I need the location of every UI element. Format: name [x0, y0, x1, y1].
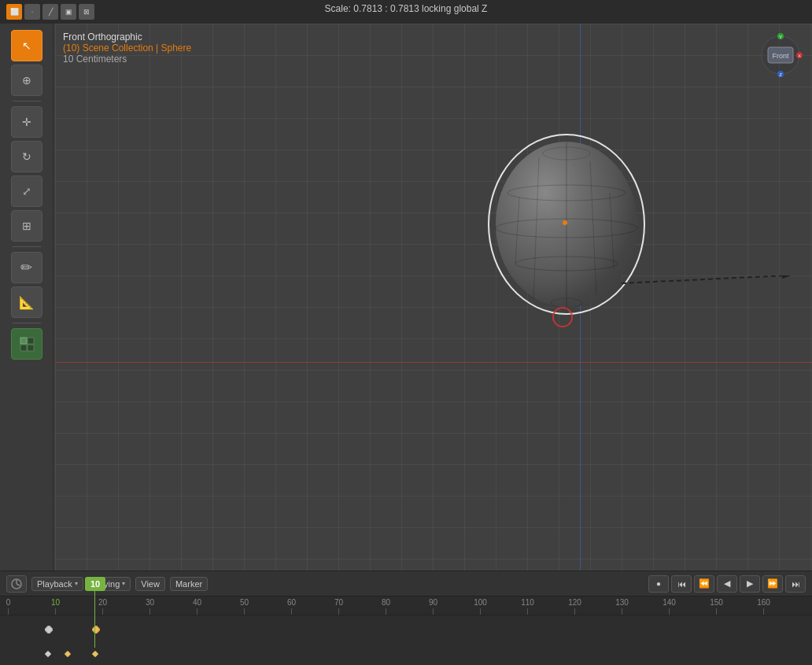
toolbar-divider-2: [13, 246, 41, 247]
svg-text:X: X: [798, 54, 801, 58]
ruler-label-150: 150: [710, 598, 723, 607]
svg-text:Z: Z: [779, 72, 782, 77]
measure-tool-button[interactable]: 📐: [11, 286, 42, 318]
playback-label: Playback: [37, 579, 72, 589]
playback-controls: ● ⏮ ⏪ ◀ ▶ ⏩ ⏭: [648, 575, 806, 593]
ruler-mark-130: 130: [622, 597, 622, 615]
ruler-mark-150: 150: [716, 597, 717, 615]
ruler-mark-100: 100: [480, 597, 481, 615]
play-button[interactable]: ▶: [740, 575, 760, 593]
ruler-mark-40: 40: [197, 597, 197, 615]
svg-rect-2: [28, 338, 34, 344]
annotate-tool-button[interactable]: ✏: [11, 252, 42, 283]
timeline-content[interactable]: [0, 615, 812, 665]
svg-text:Y: Y: [779, 35, 782, 39]
ruler-label-160: 160: [757, 598, 770, 607]
ruler-mark-50: 50: [244, 597, 245, 615]
ruler-label-130: 130: [615, 598, 629, 607]
ruler-mark-70: 70: [338, 597, 339, 615]
svg-rect-3: [28, 345, 34, 351]
ruler-label-50: 50: [240, 598, 249, 607]
svg-line-28: [17, 584, 20, 586]
bottom-keyframe-10: [92, 648, 98, 659]
step-back-button[interactable]: ⏪: [694, 575, 714, 593]
ruler-mark-10: 10: [55, 597, 56, 615]
svg-rect-30: [92, 626, 100, 634]
red-horizontal-line: [55, 362, 812, 363]
ruler-mark-110: 110: [527, 597, 528, 615]
ruler-mark-160: 160: [763, 597, 764, 615]
step-forward-button[interactable]: ⏩: [762, 575, 783, 593]
marker-menu-button[interactable]: Marker: [170, 577, 208, 591]
timeline-ruler[interactable]: 0102030405060708090100110120130140150160: [0, 597, 812, 615]
cursor-tool-button[interactable]: ⊕: [11, 65, 42, 96]
bottom-keyframe-1: [45, 648, 51, 659]
ruler-label-70: 70: [334, 598, 343, 607]
ruler-label-80: 80: [382, 598, 390, 607]
scale-tool-button[interactable]: ⤢: [11, 175, 42, 207]
ruler-mark-20: 20: [102, 597, 103, 615]
keyframe-10[interactable]: [92, 625, 100, 636]
ruler-marks: 0102030405060708090100110120130140150160: [0, 597, 812, 615]
timeline-editor-icon[interactable]: [6, 575, 27, 593]
svg-rect-1: [20, 345, 27, 351]
svg-rect-31: [45, 651, 51, 657]
view-menu-button[interactable]: View: [135, 577, 165, 591]
ruler-mark-0: 0: [8, 597, 9, 615]
ruler-label-40: 40: [193, 598, 201, 607]
marker-label: Marker: [175, 579, 202, 589]
playback-menu-button[interactable]: Playback ▾: [31, 577, 83, 591]
toolbar-divider-3: [13, 323, 41, 323]
move-tool-button[interactable]: ✛: [11, 106, 42, 138]
svg-rect-32: [65, 651, 71, 657]
svg-text:Front: Front: [772, 52, 789, 60]
playback-chevron: ▾: [75, 580, 78, 587]
ruler-label-140: 140: [663, 598, 676, 607]
svg-rect-29: [45, 626, 53, 634]
transform-tool-button[interactable]: ⊞: [11, 210, 42, 242]
ruler-mark-30: 30: [149, 597, 150, 615]
keying-chevron: ▾: [122, 580, 125, 587]
timeline-toolbar: Playback ▾ Keying ▾ View Marker ● ⏮ ⏪ ◀ …: [0, 571, 812, 597]
view-label: View: [141, 579, 160, 589]
view-tool-button[interactable]: [11, 328, 42, 360]
ruler-mark-90: 90: [433, 597, 434, 615]
select-tool-button[interactable]: ↖: [11, 30, 42, 61]
navigation-gizmo[interactable]: Front Y X Z: [757, 31, 804, 79]
ruler-label-30: 30: [146, 598, 154, 607]
jump-end-button[interactable]: ⏭: [785, 575, 806, 593]
ruler-label-110: 110: [521, 598, 534, 607]
3d-sphere: [488, 134, 645, 338]
ruler-label-0: 0: [6, 598, 11, 607]
ruler-mark-140: 140: [669, 597, 670, 615]
ruler-label-10: 10: [51, 598, 60, 607]
ruler-label-100: 100: [474, 598, 487, 607]
ruler-label-120: 120: [568, 598, 581, 607]
timeline-ruler-wrapper: 10 0102030405060708090100110120130140150…: [0, 597, 812, 665]
scale-text: Scale: 0.7813 : 0.7813 locking global Z: [0, 3, 812, 14]
sphere-center-dot: [563, 220, 567, 225]
left-toolbar: ↖ ⊕ ✛ ↻ ⤢ ⊞ ✏ 📐: [0, 24, 54, 571]
sphere-origin-circle: [552, 307, 573, 327]
toolbar-divider-1: [13, 101, 41, 102]
svg-rect-0: [20, 338, 27, 344]
viewport[interactable]: Front Orthographic (10) Scene Collection…: [55, 24, 812, 571]
ruler-label-90: 90: [429, 598, 437, 607]
rotate-tool-button[interactable]: ↻: [11, 141, 42, 172]
jump-start-button[interactable]: ⏮: [671, 575, 692, 593]
play-back-button[interactable]: ◀: [717, 575, 737, 593]
bottom-keyframe-mid: [65, 648, 71, 659]
viewport-grid: [55, 24, 812, 571]
ruler-mark-80: 80: [386, 597, 386, 615]
ruler-mark-120: 120: [574, 597, 575, 615]
svg-rect-33: [92, 651, 98, 657]
ruler-label-60: 60: [287, 598, 296, 607]
timeline-area: Playback ▾ Keying ▾ View Marker ● ⏮ ⏪ ◀ …: [0, 571, 812, 665]
keyframe-1[interactable]: [45, 625, 53, 636]
ruler-label-20: 20: [98, 598, 107, 607]
current-frame-indicator: 10: [85, 577, 105, 591]
record-button[interactable]: ●: [648, 575, 669, 593]
ruler-mark-60: 60: [291, 597, 292, 615]
